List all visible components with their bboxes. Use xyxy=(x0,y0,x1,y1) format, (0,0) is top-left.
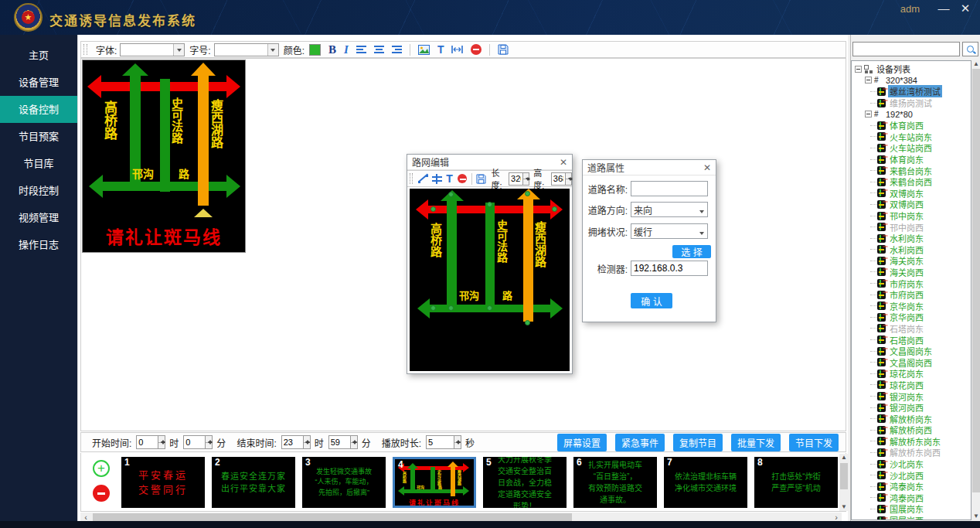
end-hour-input[interactable] xyxy=(282,436,303,448)
tree-device-文昌阁岗西[interactable]: 文昌阁岗西 xyxy=(852,356,971,368)
device-name[interactable]: 解放桥东岗西 xyxy=(888,446,942,458)
select-button[interactable]: 选 择 xyxy=(672,245,711,258)
align-center-button[interactable] xyxy=(374,43,384,56)
tree-device-火车站岗东[interactable]: 火车站岗东 xyxy=(852,131,971,143)
road-label-bottom_right[interactable]: 路 xyxy=(502,288,512,302)
stepper-arrows[interactable] xyxy=(454,436,461,448)
dialog-title-bar[interactable]: 道路属性 ✕ xyxy=(583,160,716,175)
toolbar-grip[interactable] xyxy=(83,44,87,55)
tree-device-银河岗东[interactable]: 银河岗东 xyxy=(852,390,971,402)
orange-up-arrow-right-shaft[interactable] xyxy=(523,199,533,322)
tree-device-沙北岗西[interactable]: 沙北岗西 xyxy=(852,469,971,481)
program-thumbnail-6[interactable]: 6扎实开展电动车“百日整治”，有效预防道路交通事故。 xyxy=(573,457,657,508)
device-name[interactable]: 琼花岗西 xyxy=(888,379,925,391)
tree-device-来鹤台岗东[interactable]: 来鹤台岗东 xyxy=(852,165,971,176)
tree-device-市府岗西[interactable]: 市府岗西 xyxy=(852,289,971,301)
device-tree-scrollbar[interactable]: ▲▼ xyxy=(971,60,980,520)
font-size-select[interactable] xyxy=(214,43,279,56)
tree-device-来鹤台岗西[interactable]: 来鹤台岗西 xyxy=(852,176,971,188)
program-dispatch-button[interactable]: 节目下发 xyxy=(789,434,839,451)
length-stepper[interactable] xyxy=(509,172,529,186)
spacing-tool-button[interactable] xyxy=(451,43,463,56)
sidebar-item-4[interactable]: 节目预案 xyxy=(0,123,77,150)
tree-device-国展岗西[interactable]: 国展岗西 xyxy=(852,515,971,520)
expand-collapse-icon[interactable] xyxy=(865,77,872,83)
color-swatch[interactable] xyxy=(309,44,321,56)
device-name[interactable]: 来鹤台岗西 xyxy=(888,175,934,188)
stepper-arrows[interactable] xyxy=(303,436,310,448)
device-name[interactable]: 解放桥东岗东 xyxy=(888,435,942,448)
sidebar-item-1[interactable]: 主页 xyxy=(0,42,77,69)
red-road-top-head-left[interactable] xyxy=(416,199,428,220)
program-thumbnail-5[interactable]: 5大力开展秋冬季交通安全整治百日会战，全力稳定道路交通安全形势！ xyxy=(483,457,567,508)
device-name[interactable]: 石塔岗东 xyxy=(888,322,925,335)
confirm-button[interactable]: 确 认 xyxy=(631,293,672,308)
tree-device-双博岗东[interactable]: 双博岗东 xyxy=(852,188,971,199)
duration-input[interactable] xyxy=(427,436,454,448)
toolbar-grip[interactable] xyxy=(410,173,413,184)
road-label-bottom_left[interactable]: 邗沟 xyxy=(459,288,479,302)
detector-input[interactable] xyxy=(631,261,708,276)
device-name[interactable]: 海关岗西 xyxy=(888,266,925,278)
device-name[interactable]: 鸿泰岗东 xyxy=(888,480,925,492)
device-name[interactable]: 邗中岗西 xyxy=(888,221,925,233)
add-program-button[interactable]: + xyxy=(93,460,110,477)
search-button[interactable] xyxy=(962,42,978,56)
close-icon[interactable]: ✕ xyxy=(703,162,711,173)
device-name[interactable]: 海关岗东 xyxy=(888,254,925,267)
close-button[interactable]: ✕ xyxy=(957,2,974,15)
tree-device-沙北岗东[interactable]: 沙北岗东 xyxy=(852,458,971,470)
device-name[interactable]: 京华岗西 xyxy=(888,311,925,323)
device-name[interactable]: 市府岗东 xyxy=(888,278,925,290)
tree-device-市府岗东[interactable]: 市府岗东 xyxy=(852,278,971,289)
close-icon[interactable]: ✕ xyxy=(560,157,567,168)
tree-device-体育岗东[interactable]: 体育岗东 xyxy=(852,154,971,165)
device-name[interactable]: 螺丝湾桥测试 xyxy=(888,85,942,97)
tree-device-水利岗东[interactable]: 水利岗东 xyxy=(852,233,971,244)
tree-device-京华岗西[interactable]: 京华岗西 xyxy=(852,312,971,323)
node-handle[interactable] xyxy=(525,191,530,196)
node-handle[interactable] xyxy=(430,206,436,212)
sidebar-item-8[interactable]: 操作日志 xyxy=(0,231,77,258)
green-up-arrow-left-shaft[interactable] xyxy=(447,201,457,305)
node-handle[interactable] xyxy=(487,305,492,311)
green-road-middle-shaft[interactable] xyxy=(485,203,495,306)
copy-program-button[interactable]: 复制节目 xyxy=(673,434,723,451)
text-tool-button[interactable]: T xyxy=(446,172,453,185)
congestion-select[interactable]: 缓行 xyxy=(631,223,708,239)
tree-device-邗中岗东[interactable]: 邗中岗东 xyxy=(852,210,971,222)
device-name[interactable]: 石塔岗西 xyxy=(888,334,925,346)
device-name[interactable]: 体育岗东 xyxy=(888,153,925,165)
device-name[interactable]: 邗中岗东 xyxy=(888,209,925,222)
tree-device-石塔岗东[interactable]: 石塔岗东 xyxy=(852,323,971,335)
batch-dispatch-button[interactable]: 批量下发 xyxy=(731,434,781,451)
end-hour-stepper[interactable] xyxy=(281,435,311,449)
sidebar-item-3[interactable]: 设备控制 xyxy=(0,96,77,123)
tree-device-邗中岗西[interactable]: 邗中岗西 xyxy=(852,221,971,233)
tree-device-鸿泰岗东[interactable]: 鸿泰岗东 xyxy=(852,481,971,492)
expand-collapse-icon[interactable] xyxy=(855,66,862,73)
program-thumbnail-2[interactable]: 2春运安全连万家出行平安靠大家 xyxy=(212,457,295,508)
program-thumbnail-1[interactable]: 1平安春运交警同行 xyxy=(121,457,205,508)
insert-image-button[interactable] xyxy=(418,43,430,56)
node-handle[interactable] xyxy=(487,202,492,207)
align-right-button[interactable] xyxy=(392,43,402,56)
device-name[interactable]: 解放桥岗西 xyxy=(888,424,934,436)
tree-root[interactable]: 设备列表 xyxy=(852,63,971,75)
tree-device-京华岗东[interactable]: 京华岗东 xyxy=(852,300,971,312)
device-name[interactable]: 来鹤台岗东 xyxy=(888,165,934,177)
scrollbar-thumb[interactable] xyxy=(93,513,572,521)
screen-settings-button[interactable]: 屏幕设置 xyxy=(557,434,607,451)
tree-device-鸿泰岗西[interactable]: 鸿泰岗西 xyxy=(852,492,971,504)
device-name[interactable]: 国展岗东 xyxy=(888,502,925,515)
stepper-arrows[interactable] xyxy=(205,436,212,448)
tree-device-石塔岗西[interactable]: 石塔岗西 xyxy=(852,334,971,346)
chevron-down-icon[interactable] xyxy=(173,44,184,56)
font-select[interactable] xyxy=(120,43,185,56)
device-name[interactable]: 沙北岗东 xyxy=(888,458,925,470)
device-name[interactable]: 火车站岗西 xyxy=(888,141,934,154)
device-name[interactable]: 解放桥岗东 xyxy=(888,413,934,425)
text-tool-button[interactable]: T xyxy=(437,43,444,56)
tree-device-银河岗西[interactable]: 银河岗西 xyxy=(852,402,971,414)
road-name-input[interactable] xyxy=(631,181,708,196)
